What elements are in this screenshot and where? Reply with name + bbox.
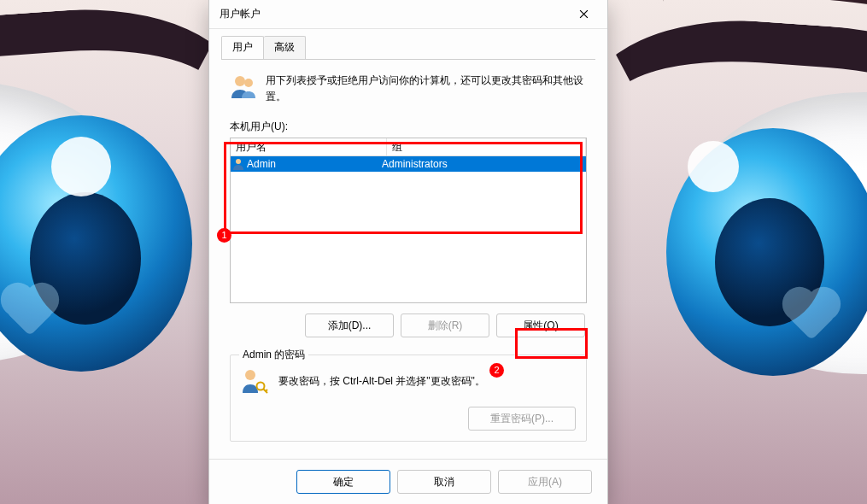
user-row-icon — [231, 157, 245, 171]
column-username[interactable]: 用户名 — [231, 138, 387, 155]
user-buttons-row: 添加(D)... 删除(R) 属性(O) — [230, 314, 587, 337]
password-group-legend: Admin 的密码 — [239, 348, 308, 362]
svg-point-0 — [235, 76, 245, 86]
properties-button[interactable]: 属性(O) — [496, 314, 585, 337]
ok-button[interactable]: 确定 — [296, 470, 390, 494]
list-row[interactable]: Admin Administrators — [231, 156, 586, 172]
tab-bar: 用户 高级 — [221, 36, 595, 59]
info-text: 用下列表授予或拒绝用户访问你的计算机，还可以更改其密码和其他设置。 — [266, 73, 587, 104]
dialog-footer: 确定 取消 应用(A) — [209, 459, 607, 504]
cell-username: Admin — [247, 158, 377, 170]
tab-advanced[interactable]: 高级 — [264, 36, 306, 59]
svg-point-3 — [245, 370, 255, 380]
add-button[interactable]: 添加(D)... — [305, 314, 394, 337]
cancel-button[interactable]: 取消 — [397, 470, 491, 494]
tab-page-users: 用下列表授予或拒绝用户访问你的计算机，还可以更改其密码和其他设置。 本机用户(U… — [221, 59, 595, 459]
key-user-icon — [241, 367, 268, 395]
tab-users[interactable]: 用户 — [221, 36, 264, 59]
svg-point-1 — [244, 79, 253, 87]
column-group[interactable]: 组 — [387, 138, 586, 155]
info-row: 用下列表授予或拒绝用户访问你的计算机，还可以更改其密码和其他设置。 — [230, 73, 587, 104]
reset-password-button[interactable]: 重置密码(P)... — [468, 407, 576, 431]
titlebar: 用户帐户 — [209, 0, 607, 29]
apply-button[interactable]: 应用(A) — [498, 470, 592, 494]
cell-group: Administrators — [377, 158, 586, 170]
list-header: 用户名 组 — [231, 138, 586, 156]
close-button[interactable] — [565, 2, 602, 27]
user-accounts-dialog: 用户帐户 用户 高级 用下列表授予或拒绝用户访问你的计算机，还可以更改其密码和其… — [208, 0, 608, 504]
password-text: 要改密码，按 Ctrl-Alt-Del 并选择"更改密码"。 — [278, 374, 485, 389]
user-list-label: 本机用户(U): — [230, 120, 587, 134]
remove-button[interactable]: 删除(R) — [401, 314, 489, 337]
dialog-title: 用户帐户 — [220, 7, 565, 21]
close-icon — [579, 9, 589, 19]
users-icon — [230, 73, 257, 100]
svg-point-2 — [236, 159, 241, 164]
user-list[interactable]: 用户名 组 Admin Administrators — [230, 138, 587, 303]
password-group: Admin 的密码 要改密码，按 Ctrl-Alt-Del 并选择"更改密码"。… — [230, 355, 587, 442]
